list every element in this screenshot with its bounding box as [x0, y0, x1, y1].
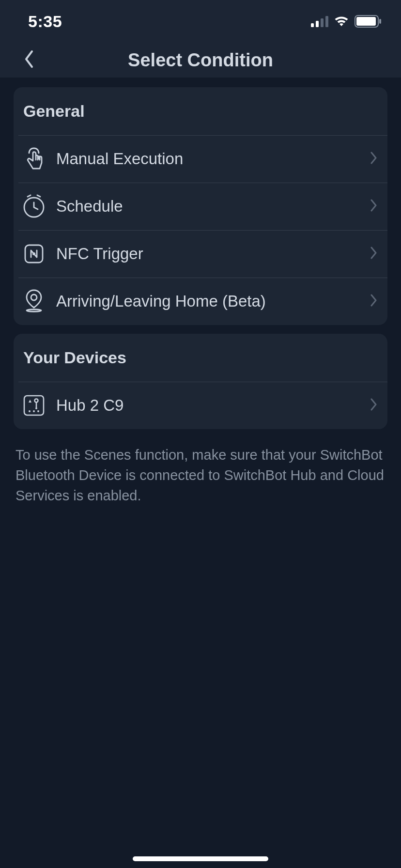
svg-rect-6 [379, 19, 381, 24]
status-indicators [311, 15, 382, 28]
divider [18, 183, 387, 183]
hub-device-icon [18, 393, 49, 418]
clock-icon [18, 194, 49, 219]
svg-point-14 [35, 407, 37, 409]
row-label: NFC Trigger [49, 245, 370, 263]
row-device-hub2[interactable]: Hub 2 C9 [14, 382, 387, 429]
svg-point-17 [37, 410, 39, 412]
cellular-icon [311, 16, 328, 27]
content: General Manual Execution [0, 78, 401, 506]
status-time: 5:35 [28, 12, 62, 31]
section-devices-title: Your Devices [14, 334, 387, 382]
svg-rect-3 [325, 16, 328, 27]
chevron-right-icon [370, 294, 378, 309]
svg-rect-0 [311, 23, 314, 27]
divider [18, 230, 387, 231]
row-label: Hub 2 C9 [49, 396, 370, 415]
row-schedule[interactable]: Schedule [14, 183, 387, 230]
row-label: Schedule [49, 197, 370, 216]
svg-point-12 [35, 399, 38, 403]
row-label: Manual Execution [49, 150, 370, 168]
chevron-right-icon [370, 199, 378, 214]
svg-point-10 [31, 294, 37, 300]
divider [18, 135, 387, 136]
row-manual-execution[interactable]: Manual Execution [14, 135, 387, 183]
status-bar: 5:35 [0, 0, 401, 43]
page-title: Select Condition [0, 50, 401, 71]
location-pin-icon [18, 288, 49, 314]
battery-icon [355, 15, 382, 28]
chevron-right-icon [370, 246, 378, 262]
back-button[interactable] [15, 46, 44, 75]
footer-note: To use the Scenes function, make sure th… [14, 438, 387, 506]
svg-point-15 [29, 410, 31, 412]
divider [18, 382, 387, 382]
chevron-left-icon [23, 49, 35, 71]
home-indicator [133, 856, 268, 861]
svg-point-9 [32, 252, 35, 255]
row-label: Arriving/Leaving Home (Beta) [49, 292, 370, 310]
tap-icon [18, 146, 49, 171]
svg-rect-2 [321, 18, 324, 27]
divider [18, 278, 387, 278]
nav-bar: Select Condition [0, 43, 401, 78]
nfc-icon [18, 243, 49, 265]
svg-rect-5 [356, 17, 376, 26]
wifi-icon [333, 16, 350, 27]
section-devices: Your Devices Hub 2 C9 [14, 334, 387, 429]
section-general: General Manual Execution [14, 87, 387, 325]
row-arriving-leaving-home[interactable]: Arriving/Leaving Home (Beta) [14, 278, 387, 325]
chevron-right-icon [370, 398, 378, 413]
svg-point-16 [33, 410, 35, 412]
chevron-right-icon [370, 151, 378, 167]
svg-rect-1 [316, 21, 319, 27]
row-nfc-trigger[interactable]: NFC Trigger [14, 230, 387, 278]
section-general-title: General [14, 87, 387, 135]
